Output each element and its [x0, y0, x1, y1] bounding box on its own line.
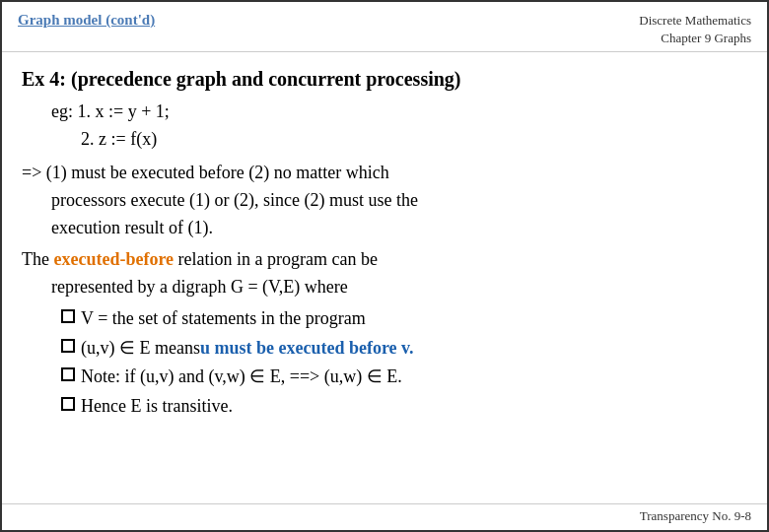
bullet2: (u,v) ∈ E means u must be executed befor… [61, 335, 747, 363]
the-text: The [22, 249, 53, 269]
bullet2-blue: u must be executed before v. [200, 335, 414, 363]
bullet4-icon [61, 397, 75, 411]
eg-line2: 2. z := f(x) [81, 126, 747, 154]
bullet1-icon [61, 309, 75, 323]
represented-line: represented by a digraph G = (V,E) where [51, 274, 747, 301]
the-rest: relation in a program can be [174, 249, 378, 269]
slide-container: Graph model (cont'd) Discrete Mathematic… [0, 0, 769, 532]
header-chapter: Chapter 9 Graphs [639, 30, 751, 47]
bullet3-icon [61, 367, 75, 381]
bullet2-icon [61, 339, 75, 353]
eg-line1: eg: 1. x := y + 1; [51, 99, 747, 126]
slide-footer: Transparency No. 9-8 [2, 503, 767, 530]
footer-label: Transparency No. 9-8 [640, 508, 751, 523]
slide-content: Ex 4: (precedence graph and concurrent p… [2, 52, 767, 503]
arrow-line3: execution result of (1). [51, 215, 747, 242]
bullet4-text: Hence E is transitive. [81, 393, 233, 421]
bullet2-pre: (u,v) ∈ E means [81, 335, 200, 363]
arrow-line1: => (1) must be executed before (2) no ma… [22, 160, 747, 187]
the-relation-block: The executed-before relation in a progra… [22, 246, 747, 274]
header-left-label: Graph model (cont'd) [18, 12, 155, 29]
arrow-line2: processors execute (1) or (2), since (2)… [51, 187, 747, 215]
ex-title: Ex 4: (precedence graph and concurrent p… [22, 64, 747, 95]
bullet1-text: V = the set of statements in the program [81, 305, 366, 333]
header-right: Discrete Mathematics Chapter 9 Graphs [639, 12, 751, 47]
bullet4: Hence E is transitive. [61, 393, 747, 421]
header-course: Discrete Mathematics [639, 12, 751, 30]
bullet3: Note: if (u,v) and (v,w) ∈ E, ==> (u,w) … [61, 364, 747, 391]
executed-before-text: executed-before [53, 249, 174, 269]
bullet1: V = the set of statements in the program [61, 305, 747, 333]
slide-header: Graph model (cont'd) Discrete Mathematic… [2, 2, 767, 52]
arrow-block: => (1) must be executed before (2) no ma… [22, 160, 747, 242]
bullet3-text: Note: if (u,v) and (v,w) ∈ E, ==> (u,w) … [81, 364, 402, 391]
